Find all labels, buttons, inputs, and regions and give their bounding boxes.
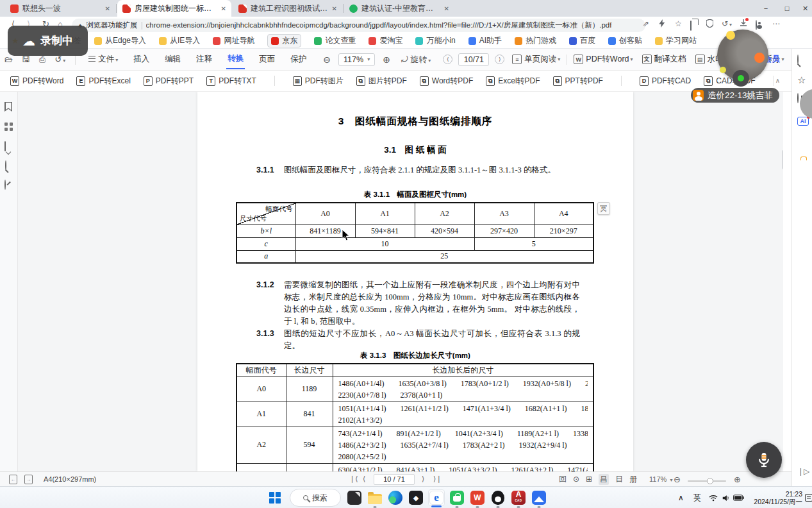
- notebook-app-icon[interactable]: [346, 489, 363, 506]
- convert-tool-button[interactable]: ⧉Word转PDF: [420, 76, 473, 87]
- battery-icon[interactable]: [733, 487, 744, 508]
- convert-tool-button[interactable]: WPDF转Word: [10, 76, 63, 87]
- next-page-icon[interactable]: ⟩: [495, 55, 504, 64]
- speaker-icon[interactable]: [722, 487, 731, 508]
- zoom-slider[interactable]: [688, 480, 726, 482]
- convert-tool-button[interactable]: ⧉PPT转PDF: [553, 76, 603, 87]
- save-icon[interactable]: 🖫: [22, 55, 30, 64]
- selection-tool-popup-icon[interactable]: 冥: [597, 202, 610, 215]
- maximize-button[interactable]: □: [777, 0, 797, 17]
- bookmark-item[interactable]: 网址导航: [213, 35, 254, 46]
- zoom-in-icon[interactable]: ⊕: [383, 55, 390, 65]
- single-page-icon[interactable]: 目: [615, 474, 623, 485]
- page-number-input[interactable]: 10 / 71: [374, 474, 415, 485]
- convert-tool-button[interactable]: ▦PDF转图片: [293, 76, 344, 87]
- search-panel-icon[interactable]: [5, 161, 6, 170]
- first-page-icon[interactable]: ❘⟨: [349, 475, 358, 483]
- next-page-icon[interactable]: ⟩: [422, 475, 424, 483]
- minimize-button[interactable]: −: [756, 0, 775, 17]
- auto-zoom-icon[interactable]: ⊙: [573, 475, 579, 484]
- favorite-star-icon[interactable]: ☆: [675, 19, 682, 28]
- last-page-icon[interactable]: ⟩❘: [433, 475, 442, 483]
- bookmark-item[interactable]: 创客贴: [608, 35, 642, 46]
- start-button[interactable]: [267, 489, 283, 506]
- pdf-to-word-button[interactable]: WPDF转Word▾: [574, 54, 633, 65]
- shield-icon[interactable]: [706, 19, 713, 30]
- convert-tool-button[interactable]: PPDF转PPT: [144, 76, 194, 87]
- vertical-scrollbar[interactable]: [783, 149, 783, 406]
- collapse-toolbar-icon[interactable]: ∧: [775, 77, 780, 84]
- app-store-icon[interactable]: [449, 489, 465, 506]
- zoom-out-icon[interactable]: ⊖: [323, 55, 331, 65]
- bookmark-item[interactable]: 从Edge导入: [94, 35, 146, 46]
- convert-tool-button[interactable]: TPDF转TXT: [206, 76, 256, 87]
- view-back-icon[interactable]: ←: [9, 475, 17, 484]
- bookmark-panel-icon[interactable]: [4, 102, 12, 112]
- bookmark-item[interactable]: 京东: [267, 34, 301, 47]
- history-icon[interactable]: ↺▾: [722, 19, 732, 28]
- prev-page-icon[interactable]: ⟨: [363, 475, 365, 483]
- tab-close-icon[interactable]: ✕: [105, 5, 110, 12]
- convert-tool-button[interactable]: ⧉Excel转PDF: [486, 76, 540, 87]
- tab-manager-icon[interactable]: [690, 21, 692, 30]
- ai-rail-icon[interactable]: AI: [797, 117, 809, 126]
- tray-expand-icon[interactable]: ∧: [678, 487, 684, 508]
- bookmark-item[interactable]: 百度: [569, 35, 595, 46]
- open-file-icon[interactable]: 🗁: [4, 55, 13, 64]
- tab-2-active[interactable]: 房屋建筑制图统一标准（新）.pdf ✕: [117, 0, 231, 17]
- page-indicator[interactable]: 10/71: [458, 53, 489, 66]
- bookmark-item[interactable]: 爱淘宝: [369, 35, 402, 46]
- favorites-rail-icon[interactable]: ☆: [797, 74, 806, 86]
- bookmark-item[interactable]: 学习网站: [655, 35, 697, 46]
- bookmark-item[interactable]: 论文查重: [314, 35, 356, 46]
- edge-browser-icon[interactable]: [387, 489, 404, 506]
- file-explorer-icon[interactable]: [367, 489, 383, 506]
- continuous-scroll-icon[interactable]: 昌: [599, 474, 609, 485]
- tab-3[interactable]: 建筑工程识图初级试卷（调整后） ✕: [233, 0, 342, 17]
- menu-insert[interactable]: 插入: [132, 50, 151, 69]
- menu-edit[interactable]: 编辑: [163, 50, 182, 69]
- qq-icon[interactable]: [490, 489, 506, 506]
- cloud-class-app-icon[interactable]: [531, 489, 547, 506]
- convert-tool-button[interactable]: EPDF转Excel: [76, 76, 130, 87]
- tab-1[interactable]: 联想头一波 ✕: [5, 0, 115, 17]
- tab-4[interactable]: 建筑认证-中望教育云平台 ✕: [344, 0, 454, 17]
- undo-icon[interactable]: ↺▾: [54, 55, 65, 64]
- zoom-select[interactable]: 117%▾: [338, 53, 375, 66]
- tab-close-icon[interactable]: ✕: [332, 5, 337, 12]
- share-icon[interactable]: ⇗: [643, 19, 649, 28]
- profile-avatar[interactable]: [756, 21, 757, 30]
- download-icon[interactable]: [740, 19, 747, 29]
- wifi-icon[interactable]: [709, 487, 718, 508]
- bookmark-item[interactable]: 万能小in: [415, 35, 455, 46]
- zoom-value-label[interactable]: 117% ▾: [649, 475, 672, 483]
- zoom-slider-knob[interactable]: [707, 478, 713, 484]
- bookmark-item[interactable]: 热门游戏: [515, 35, 556, 46]
- wps-icon[interactable]: W: [469, 489, 486, 506]
- bookmark-item[interactable]: AI助手: [468, 35, 502, 46]
- tab-close-icon[interactable]: ✕: [444, 5, 449, 12]
- zoom-out-icon[interactable]: ⊖: [674, 475, 681, 484]
- more-menu-icon[interactable]: ⋯: [772, 19, 780, 28]
- convert-tool-button[interactable]: ⧉图片转PDF: [356, 76, 407, 87]
- thumbnails-panel-icon[interactable]: [4, 123, 13, 131]
- translate-button[interactable]: 文翻译文档: [642, 54, 686, 65]
- lenovo-box-app-icon[interactable]: ◆: [408, 489, 424, 506]
- menu-page[interactable]: 页面: [258, 50, 276, 69]
- bookmark-item[interactable]: 从IE导入: [159, 35, 200, 46]
- rotate-icon[interactable]: ⤾ 旋转▾: [401, 54, 431, 65]
- comments-panel-icon[interactable]: [4, 142, 6, 151]
- prev-page-icon[interactable]: ⟨: [443, 55, 452, 64]
- read-mode-button[interactable]: ≡单页阅读▾: [512, 54, 560, 65]
- autocad-icon[interactable]: ACAD: [510, 489, 527, 506]
- screen-recording-badge[interactable]: ☁ 录制中: [8, 26, 88, 56]
- expand-panel-icon[interactable]: ❘▷: [797, 467, 809, 476]
- active-browser-icon[interactable]: e: [428, 489, 445, 506]
- convert-tool-button[interactable]: DPDF转CAD: [640, 76, 691, 87]
- close-window-button[interactable]: ✕: [799, 0, 812, 17]
- url-field[interactable]: ♠ 浏览器功能扩展 chrome-extension://bnjoienjhhc…: [72, 19, 645, 32]
- history-rail-icon[interactable]: [797, 94, 799, 103]
- two-page-icon[interactable]: 册: [629, 474, 637, 485]
- view-forward-icon[interactable]: →: [24, 475, 33, 484]
- taskbar-search[interactable]: 搜索: [290, 489, 341, 507]
